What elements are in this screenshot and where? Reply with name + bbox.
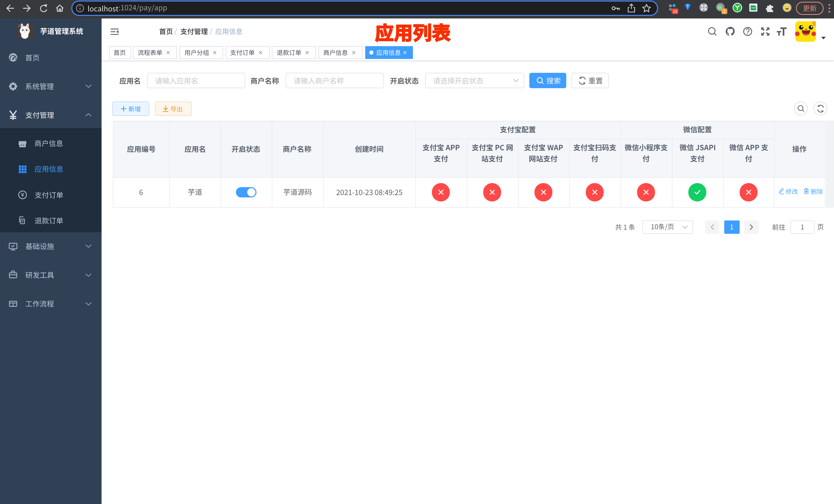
svg-text:10: 10 xyxy=(673,9,677,14)
svg-text:1: 1 xyxy=(723,9,725,14)
